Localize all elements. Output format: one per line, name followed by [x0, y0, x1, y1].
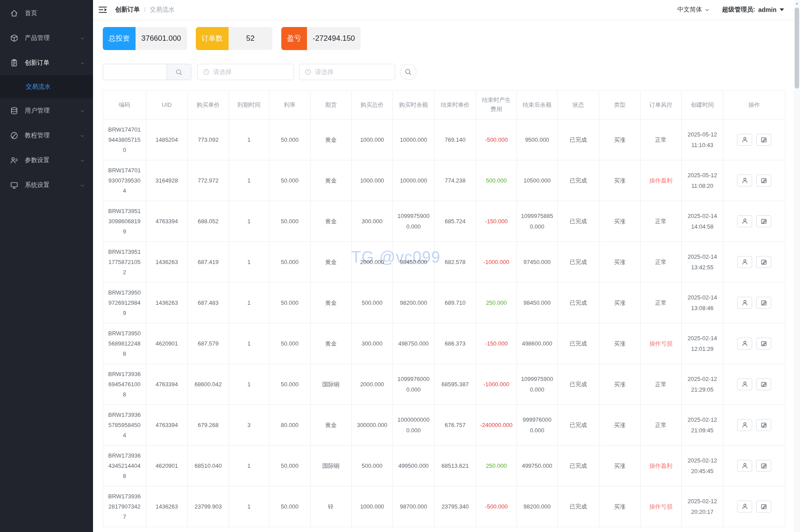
cell-status: 已完成 [558, 283, 599, 323]
scrollbar-up-arrow[interactable]: ▲ [794, 0, 800, 7]
edit-icon [761, 259, 767, 265]
view-user-button[interactable] [737, 501, 752, 513]
cell-balance-before: 10999759000.000 [393, 201, 435, 242]
cell-created: 2025-02-14 13:08:46 [682, 283, 723, 323]
edit-button[interactable] [756, 297, 771, 309]
view-user-button[interactable] [737, 175, 752, 186]
edit-icon [761, 177, 767, 184]
view-user-button[interactable] [737, 419, 752, 431]
edit-button[interactable] [756, 256, 771, 268]
cell-created: 2025-05-12 11:08:20 [682, 160, 723, 201]
user-name: admin [758, 6, 777, 13]
view-user-button[interactable] [737, 256, 752, 268]
cell-futures: 黄金 [311, 323, 352, 364]
sidebar-item-5[interactable]: 参数设置 [0, 148, 93, 173]
edit-button[interactable] [756, 460, 771, 472]
cell-risk: 操作亏损 [641, 486, 682, 527]
params-icon [10, 156, 18, 164]
page-scrollbar[interactable]: ▲ [794, 0, 800, 532]
cell-end-price: 774.238 [435, 160, 476, 201]
cell-buy-price: 688.052 [188, 201, 229, 242]
edit-button[interactable] [756, 419, 771, 431]
cell-fee: 250.000 [476, 446, 517, 486]
cell-uid: 1436263 [146, 242, 188, 283]
scrollbar-thumb[interactable] [795, 8, 799, 89]
table-row: BRW17393669454761008476339468600.042150.… [103, 364, 785, 405]
edit-button[interactable] [756, 215, 771, 227]
cell-expire: 1 [229, 242, 269, 283]
cell-total: 300000.000 [352, 405, 393, 446]
product-icon [10, 34, 18, 42]
cell-fee: -500.000 [476, 486, 517, 527]
edit-button[interactable] [756, 134, 771, 146]
edit-button[interactable] [756, 378, 771, 390]
stat-card-0: 总投资376601.000 [103, 27, 187, 50]
cell-balance-after: 98200.000 [517, 486, 558, 527]
sidebar-item-2[interactable]: 创新订单 [0, 50, 93, 75]
date-select-end[interactable]: 请选择 [299, 64, 395, 80]
cell-balance-before: 10999760000.000 [393, 364, 435, 405]
sidebar-subitem[interactable]: 交易流水 [0, 75, 93, 98]
cell-status: 已完成 [558, 242, 599, 283]
cell-buy-price: 68600.042 [188, 364, 229, 405]
cell-rate: 50.000 [269, 120, 311, 160]
search-icon [404, 68, 412, 76]
stat-card-1: 订单数52 [196, 27, 272, 50]
cell-balance-after: 498600.000 [517, 323, 558, 364]
stats-row: 总投资376601.000订单数52盈亏-272494.150 [103, 27, 800, 50]
edit-button[interactable] [756, 175, 771, 186]
filter-bar: 请选择 请选择 [103, 64, 800, 80]
column-header: 结束时单价 [435, 91, 476, 120]
date-select-start[interactable]: 请选择 [197, 64, 294, 80]
cell-fee: -500.000 [476, 120, 517, 160]
sidebar-item-4[interactable]: 教程管理 [0, 123, 93, 148]
edit-icon [761, 503, 767, 510]
cell-balance-after: 10999758850.000 [517, 201, 558, 242]
cell-expire: 1 [229, 364, 269, 405]
language-selector[interactable]: 中文简体 [677, 6, 710, 14]
sidebar-item-label: 产品管理 [25, 34, 50, 42]
cell-rate: 50.000 [269, 160, 311, 201]
cell-created: 2025-02-12 20:45:45 [682, 446, 723, 486]
sidebar-item-0[interactable]: 首页 [0, 1, 93, 26]
view-user-button[interactable] [737, 460, 752, 472]
cell-code: BRW17393628179073427 [103, 486, 146, 527]
cell-balance-after: 9500.000 [517, 120, 558, 160]
view-user-button[interactable] [737, 134, 752, 146]
user-icon [742, 136, 748, 143]
sidebar-item-3[interactable]: 用户管理 [0, 98, 93, 123]
view-user-button[interactable] [737, 215, 752, 227]
menu-fold-icon[interactable] [99, 6, 108, 13]
edit-button[interactable] [756, 338, 771, 349]
cell-balance-before: 98450.000 [393, 242, 435, 283]
keyword-input[interactable] [103, 64, 167, 80]
breadcrumb: 创新订单 / 交易流水 [115, 6, 175, 14]
sidebar-item-label: 教程管理 [25, 132, 50, 140]
sidebar-item-1[interactable]: 产品管理 [0, 26, 93, 50]
cell-risk: 操作盈利 [641, 446, 682, 486]
cell-rate: 50.000 [269, 323, 311, 364]
view-user-button[interactable] [737, 297, 752, 309]
cell-type: 买涨 [599, 201, 641, 242]
input-search-button[interactable] [167, 64, 191, 80]
sidebar-item-6[interactable]: 系统设置 [0, 173, 93, 198]
user-menu[interactable]: 超级管理员: admin [722, 6, 784, 14]
cell-end-price: 23795.340 [435, 486, 476, 527]
caret-down-icon [780, 8, 784, 11]
column-header: 结束后余额 [517, 91, 558, 120]
view-user-button[interactable] [737, 338, 752, 349]
search-button[interactable] [400, 64, 416, 80]
edit-icon [761, 422, 767, 428]
table-row: BRW173950568981224884620901687.579150.00… [103, 323, 785, 364]
breadcrumb-primary[interactable]: 创新订单 [115, 6, 140, 14]
cell-actions [723, 405, 785, 446]
cell-risk: 正常 [641, 120, 682, 160]
chevron-down-icon [80, 133, 85, 138]
cell-code: BRW17395056898122488 [103, 323, 146, 364]
cell-balance-before: 498750.000 [393, 323, 435, 364]
view-user-button[interactable] [737, 378, 752, 390]
cell-uid: 4763394 [146, 201, 188, 242]
edit-button[interactable] [756, 501, 771, 513]
column-header: 操作 [723, 91, 785, 120]
cell-risk: 操作盈利 [641, 160, 682, 201]
